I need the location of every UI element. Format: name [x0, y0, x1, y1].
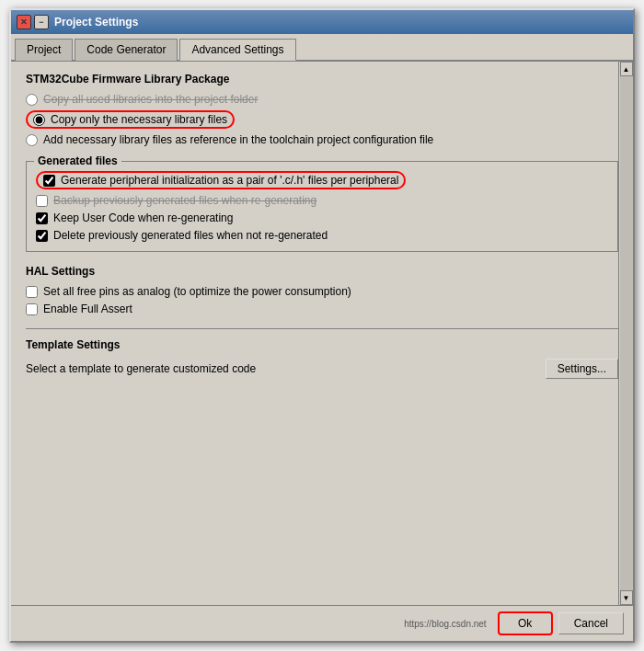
hal-title: HAL Settings [26, 265, 618, 278]
template-section: Template Settings Select a template to g… [26, 328, 618, 379]
gen-checkbox-delete-files[interactable] [36, 230, 48, 242]
gen-checkbox-backup[interactable] [36, 195, 48, 207]
tab-bar: Project Code Generator Advanced Settings [11, 34, 633, 62]
close-button[interactable]: ✕ [17, 15, 31, 29]
gen-checkbox-keep-user-code[interactable] [36, 212, 48, 224]
gen-peripheral-oval: Generate peripheral initialization as a … [36, 171, 406, 189]
main-content: STM32Cube Firmware Library Package Copy … [11, 62, 633, 605]
firmware-option-add-reference[interactable]: Add necessary library files as reference… [26, 133, 618, 146]
firmware-radio-group: Copy all used libraries into the project… [26, 93, 618, 146]
gen-option-peripheral[interactable]: Generate peripheral initialization as a … [36, 171, 608, 189]
template-label: Select a template to generate customized… [26, 362, 256, 375]
main-window: ✕ − Project Settings Project Code Genera… [9, 8, 635, 643]
tab-code-generator[interactable]: Code Generator [75, 39, 178, 61]
generated-files-checkbox-group: Generate peripheral initialization as a … [36, 171, 608, 242]
firmware-radio-copy-necessary[interactable] [33, 114, 45, 126]
gen-label-peripheral: Generate peripheral initialization as a … [61, 174, 398, 187]
bottom-bar: https://blog.csdn.net Ok Cancel [11, 605, 633, 641]
content-wrapper: STM32Cube Firmware Library Package Copy … [11, 62, 633, 605]
firmware-label-copy-all: Copy all used libraries into the project… [43, 93, 258, 106]
gen-label-delete-files: Delete previously generated files when n… [53, 229, 328, 242]
hal-label-full-assert: Enable Full Assert [43, 303, 132, 315]
tab-project[interactable]: Project [15, 39, 73, 61]
gen-option-backup[interactable]: Backup previously generated files when r… [36, 194, 608, 207]
cancel-button[interactable]: Cancel [558, 612, 624, 634]
firmware-label-copy-necessary: Copy only the necessary library files [51, 113, 227, 126]
hal-option-free-pins[interactable]: Set all free pins as analog (to optimize… [26, 285, 618, 298]
hal-checkbox-group: Set all free pins as analog (to optimize… [26, 285, 618, 315]
minimize-button[interactable]: − [34, 15, 49, 29]
title-bar: ✕ − Project Settings [11, 10, 633, 34]
firmware-option-copy-necessary[interactable]: Copy only the necessary library files [26, 110, 618, 129]
firmware-label-add-reference: Add necessary library files as reference… [43, 133, 433, 146]
scroll-up-button[interactable]: ▲ [620, 62, 633, 76]
window-title: Project Settings [54, 16, 138, 29]
gen-label-backup: Backup previously generated files when r… [53, 194, 316, 207]
gen-option-delete-files[interactable]: Delete previously generated files when n… [36, 229, 608, 242]
title-bar-buttons[interactable]: ✕ − [17, 15, 49, 29]
firmware-radio-add-reference[interactable] [26, 134, 38, 146]
generated-files-section: Generated files Generate peripheral init… [26, 161, 618, 252]
firmware-radio-copy-all[interactable] [26, 94, 38, 106]
firmware-highlight-oval: Copy only the necessary library files [26, 110, 235, 129]
hal-checkbox-free-pins[interactable] [26, 286, 38, 298]
hal-label-free-pins: Set all free pins as analog (to optimize… [43, 285, 351, 298]
gen-label-keep-user-code: Keep User Code when re-generating [53, 211, 233, 224]
settings-button[interactable]: Settings... [546, 359, 618, 379]
gen-option-keep-user-code[interactable]: Keep User Code when re-generating [36, 211, 608, 224]
hal-checkbox-full-assert[interactable] [26, 303, 38, 315]
scroll-down-button[interactable]: ▼ [620, 590, 633, 605]
tab-advanced-settings[interactable]: Advanced Settings [179, 39, 295, 61]
gen-checkbox-peripheral[interactable] [43, 175, 55, 187]
firmware-option-copy-all[interactable]: Copy all used libraries into the project… [26, 93, 618, 106]
scroll-track[interactable] [620, 76, 633, 590]
footer-url: https://blog.csdn.net [20, 619, 487, 629]
hal-option-full-assert[interactable]: Enable Full Assert [26, 303, 618, 315]
generated-files-title: Generated files [34, 154, 121, 167]
firmware-header: STM32Cube Firmware Library Package [26, 73, 618, 86]
scrollbar[interactable]: ▲ ▼ [618, 62, 633, 605]
template-row: Select a template to generate customized… [26, 359, 618, 379]
template-title: Template Settings [26, 338, 618, 351]
hal-section: HAL Settings Set all free pins as analog… [26, 265, 618, 315]
ok-button[interactable]: Ok [498, 611, 553, 635]
